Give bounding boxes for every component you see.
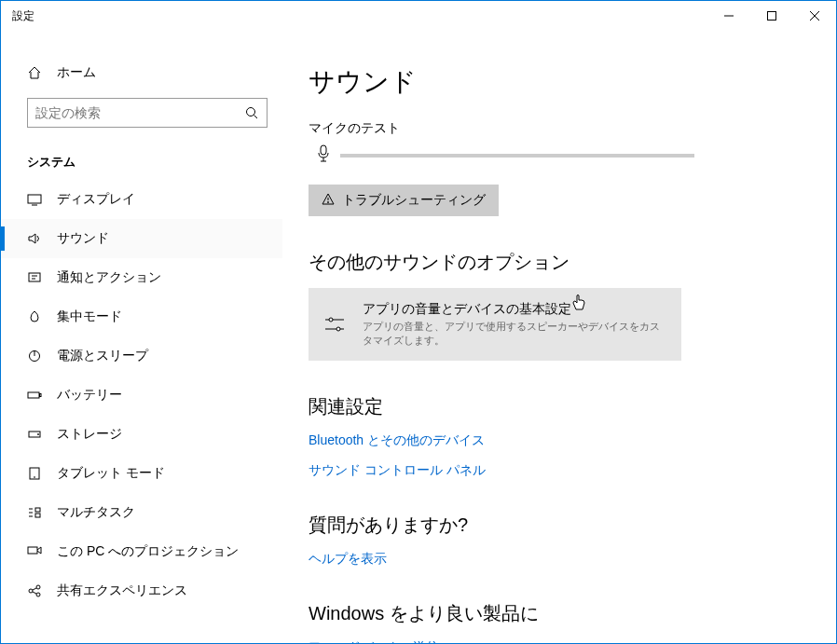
svg-point-31 (329, 318, 333, 322)
maximize-button[interactable] (750, 1, 793, 31)
sidebar-item-label: 電源とスリープ (57, 348, 148, 364)
titlebar: 設定 (1, 1, 836, 31)
svg-rect-17 (35, 508, 40, 512)
notifications-icon (27, 270, 42, 285)
sidebar-item-label: タブレット モード (57, 465, 165, 482)
card-text: アプリの音量とデバイスの基本設定 アプリの音量と、アプリで使用するスピーカーやデ… (363, 301, 666, 348)
pointer-cursor-icon (571, 294, 586, 315)
related-links: Bluetooth とその他のデバイス サウンド コントロール パネル (309, 432, 799, 479)
search-container (1, 89, 282, 137)
home-icon (27, 65, 42, 80)
svg-rect-12 (40, 394, 42, 397)
svg-point-14 (38, 434, 39, 435)
display-icon (27, 192, 42, 207)
settings-window: 設定 ホーム (0, 0, 837, 644)
svg-point-4 (247, 108, 255, 116)
link-bluetooth-devices[interactable]: Bluetooth とその他のデバイス (309, 432, 799, 449)
svg-rect-6 (28, 195, 41, 203)
page-title: サウンド (309, 64, 799, 100)
home-button[interactable]: ホーム (1, 57, 282, 89)
svg-rect-18 (35, 514, 40, 517)
question-heading: 質問がありますか? (309, 513, 799, 538)
sidebar-item-tablet-mode[interactable]: タブレット モード (1, 454, 282, 493)
svg-line-23 (33, 588, 36, 590)
sidebar-item-notifications[interactable]: 通知とアクション (1, 258, 282, 297)
sidebar-item-power-sleep[interactable]: 電源とスリープ (1, 336, 282, 376)
sliders-icon (323, 313, 346, 336)
microphone-icon (316, 144, 331, 166)
link-get-help[interactable]: ヘルプを表示 (309, 551, 799, 568)
svg-rect-8 (29, 273, 40, 281)
content-area: ホーム システム ディスプレイ サウンド (1, 31, 836, 643)
sidebar-item-label: マルチタスク (57, 504, 135, 521)
mic-test-label: マイクのテスト (309, 120, 799, 137)
sidebar-item-label: 集中モード (57, 308, 122, 325)
sidebar: ホーム システム ディスプレイ サウンド (1, 31, 282, 643)
window-title: 設定 (1, 8, 707, 24)
group-label-system: システム (1, 137, 282, 180)
troubleshoot-button[interactable]: トラブルシューティング (309, 185, 499, 216)
svg-rect-11 (28, 392, 39, 398)
other-sound-options-heading: その他のサウンドのオプション (309, 250, 799, 275)
sidebar-item-label: ストレージ (57, 426, 122, 443)
maximize-icon (767, 11, 776, 21)
minimize-icon (724, 11, 734, 21)
battery-icon (27, 388, 42, 403)
sidebar-item-label: 共有エクスペリエンス (57, 582, 187, 599)
sidebar-item-label: 通知とアクション (57, 269, 161, 286)
projection-icon (27, 544, 42, 559)
home-label: ホーム (57, 64, 96, 81)
search-box[interactable] (27, 98, 268, 128)
sidebar-item-sound[interactable]: サウンド (1, 219, 282, 258)
close-button[interactable] (793, 1, 836, 31)
power-icon (27, 349, 42, 363)
main-content: サウンド マイクのテスト トラブルシューティング その他のサウンドのオプション (282, 31, 836, 643)
focus-icon (27, 309, 42, 324)
sidebar-item-projecting[interactable]: この PC へのプロジェクション (1, 532, 282, 571)
svg-rect-1 (768, 12, 776, 21)
card-description: アプリの音量と、アプリで使用するスピーカーやデバイスをカスタマイズします。 (363, 320, 666, 348)
nav-list: ディスプレイ サウンド 通知とアクション 集中モード 電源とスリープ (1, 180, 282, 610)
svg-rect-19 (28, 547, 37, 554)
minimize-button[interactable] (707, 1, 750, 31)
sound-icon (27, 231, 42, 246)
storage-icon (27, 427, 42, 442)
related-settings-heading: 関連設定 (309, 394, 799, 419)
tablet-icon (27, 466, 42, 481)
svg-point-21 (36, 585, 40, 589)
troubleshoot-label: トラブルシューティング (342, 192, 486, 209)
sidebar-item-display[interactable]: ディスプレイ (1, 180, 282, 219)
sidebar-item-shared-experiences[interactable]: 共有エクスペリエンス (1, 571, 282, 610)
mic-level-bar (340, 154, 694, 158)
improve-windows-heading: Windows をより良い製品に (309, 601, 799, 626)
mic-test-row (309, 144, 799, 166)
link-send-feedback[interactable]: フィードバックの送信 (309, 639, 799, 643)
sidebar-item-battery[interactable]: バッテリー (1, 376, 282, 415)
svg-point-20 (29, 589, 33, 593)
help-links: ヘルプを表示 (309, 551, 799, 568)
sidebar-item-label: バッテリー (57, 387, 122, 404)
close-icon (810, 11, 819, 21)
svg-point-29 (328, 201, 329, 202)
search-icon (237, 106, 267, 119)
sidebar-item-label: この PC へのプロジェクション (57, 543, 239, 560)
search-input[interactable] (28, 105, 237, 120)
card-title: アプリの音量とデバイスの基本設定 (363, 301, 666, 318)
svg-point-22 (36, 593, 40, 596)
titlebar-controls (707, 1, 836, 31)
share-icon (27, 583, 42, 598)
sidebar-item-multitasking[interactable]: マルチタスク (1, 493, 282, 532)
svg-line-5 (254, 116, 258, 119)
app-volume-device-card[interactable]: アプリの音量とデバイスの基本設定 アプリの音量と、アプリで使用するスピーカーやデ… (309, 288, 681, 361)
sidebar-item-focus-assist[interactable]: 集中モード (1, 297, 282, 336)
svg-rect-25 (321, 145, 326, 155)
link-sound-control-panel[interactable]: サウンド コントロール パネル (309, 462, 799, 479)
feedback-links: フィードバックの送信 (309, 639, 799, 643)
sidebar-item-label: サウンド (57, 230, 109, 247)
svg-point-33 (336, 327, 340, 331)
svg-line-24 (33, 592, 36, 594)
sidebar-item-storage[interactable]: ストレージ (1, 415, 282, 454)
multitask-icon (27, 505, 42, 520)
sidebar-item-label: ディスプレイ (57, 191, 135, 208)
warning-icon (322, 193, 335, 209)
